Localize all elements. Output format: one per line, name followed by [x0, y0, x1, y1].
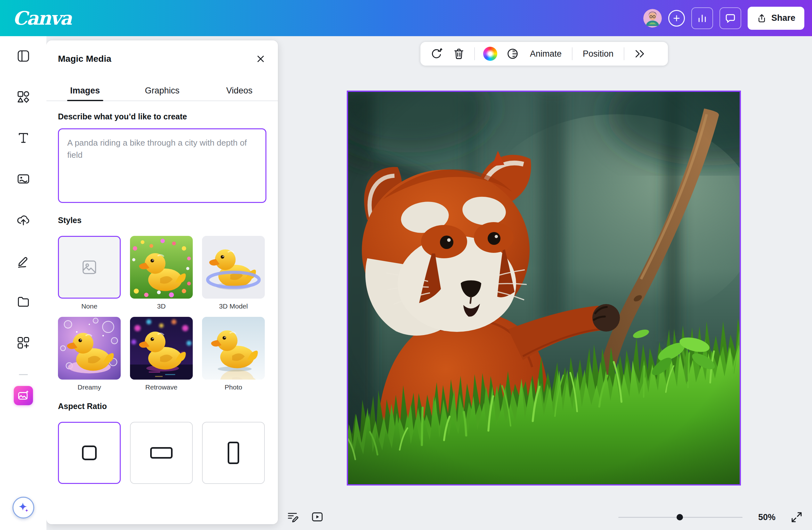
- sidebar-item-brand[interactable]: [11, 167, 35, 191]
- more-tools-button[interactable]: [633, 47, 647, 61]
- portrait-ratio-icon: [228, 442, 239, 464]
- animate-button[interactable]: Animate: [528, 49, 564, 59]
- brand-icon: [16, 172, 30, 186]
- transparency-icon: [506, 47, 519, 60]
- style-label: None: [81, 303, 97, 310]
- style-thumb-none[interactable]: [58, 236, 121, 299]
- tab-graphics[interactable]: Graphics: [124, 80, 201, 101]
- generate-again-button[interactable]: [430, 47, 444, 61]
- sidebar-item-magic-media[interactable]: [14, 386, 33, 405]
- elements-shapes-icon: [16, 90, 30, 104]
- sidebar-item-elements[interactable]: [11, 85, 35, 109]
- header-actions: Share: [643, 7, 804, 30]
- context-toolbar: Animate Position: [420, 42, 668, 65]
- aspect-ratio-label: Aspect Ratio: [58, 402, 266, 411]
- share-label: Share: [771, 13, 795, 23]
- fullscreen-button[interactable]: [790, 511, 803, 524]
- style-label: Dreamy: [77, 383, 101, 391]
- bar-chart-icon: [696, 13, 708, 24]
- tab-images[interactable]: Images: [46, 80, 124, 101]
- notes-button[interactable]: [286, 511, 299, 523]
- folder-icon: [16, 295, 30, 309]
- notes-icon: [286, 511, 299, 523]
- top-header: Canva: [0, 0, 812, 36]
- toolbar-divider: [474, 47, 475, 60]
- aspect-portrait-button[interactable]: [202, 422, 265, 484]
- insights-button[interactable]: [691, 8, 713, 29]
- color-wheel-icon: [483, 47, 497, 61]
- text-icon: [16, 131, 30, 145]
- double-chevron-right-icon: [633, 47, 646, 60]
- describe-label: Describe what you’d like to create: [58, 112, 266, 121]
- style-option-3d[interactable]: 3D: [130, 236, 193, 310]
- sparkle-icon: [17, 501, 30, 514]
- style-option-dreamy[interactable]: Dreamy: [58, 317, 121, 391]
- sidebar-divider: [19, 374, 28, 375]
- style-label: 3D Model: [219, 303, 248, 310]
- landscape-ratio-icon: [150, 447, 173, 459]
- delete-button[interactable]: [452, 47, 466, 61]
- chat-bubble-icon: [725, 13, 736, 24]
- color-picker-button[interactable]: [483, 47, 497, 61]
- close-icon: [255, 54, 266, 64]
- selected-image-frame[interactable]: [347, 91, 741, 486]
- style-thumb-3d-model[interactable]: [202, 236, 265, 299]
- add-member-button[interactable]: [668, 10, 685, 27]
- zoom-knob[interactable]: [677, 514, 683, 520]
- style-label: 3D: [157, 303, 166, 310]
- sidebar-item-text[interactable]: [11, 126, 35, 150]
- pen-draw-icon: [16, 254, 30, 268]
- panel-tabs: Images Graphics Videos: [46, 80, 278, 101]
- style-thumb-retrowave[interactable]: [130, 317, 193, 380]
- toolbar-divider: [624, 47, 624, 60]
- design-icon: [16, 49, 30, 63]
- cloud-upload-icon: [16, 213, 30, 227]
- toolbar-divider: [572, 47, 572, 60]
- position-button[interactable]: Position: [581, 49, 615, 59]
- present-button[interactable]: [311, 511, 324, 523]
- prompt-input[interactable]: [58, 128, 266, 203]
- comments-button[interactable]: [720, 8, 741, 29]
- aspect-ratio-options: [58, 422, 266, 484]
- style-option-3d-model[interactable]: 3D Model: [202, 236, 265, 310]
- styles-label: Styles: [58, 216, 266, 225]
- style-thumb-3d[interactable]: [130, 236, 193, 299]
- upload-icon: [757, 13, 767, 24]
- panel-title: Magic Media: [58, 54, 111, 64]
- magic-media-panel: Magic Media Images Graphics Videos Descr…: [46, 40, 278, 524]
- style-label: Photo: [225, 383, 242, 391]
- panel-header: Magic Media: [46, 40, 278, 80]
- canva-assistant-button[interactable]: [13, 497, 34, 518]
- style-thumb-photo[interactable]: [202, 317, 265, 380]
- regenerate-icon: [430, 47, 443, 60]
- canva-app: Canva: [0, 0, 812, 530]
- generated-image-red-panda[interactable]: [348, 92, 740, 484]
- zoom-level: 50%: [752, 512, 782, 522]
- aspect-landscape-button[interactable]: [130, 422, 193, 484]
- sidebar-item-design[interactable]: [11, 44, 35, 68]
- object-panel-rail: [0, 36, 46, 530]
- sidebar-item-apps[interactable]: [11, 330, 35, 355]
- sidebar-item-projects[interactable]: [11, 290, 35, 314]
- share-button[interactable]: Share: [748, 7, 804, 30]
- apps-grid-icon: [16, 336, 30, 350]
- canva-logo[interactable]: Canva: [13, 9, 71, 28]
- play-video-icon: [311, 511, 324, 523]
- zoom-slider[interactable]: [618, 514, 742, 520]
- square-ratio-icon: [82, 445, 97, 460]
- expand-icon: [790, 511, 803, 524]
- style-label: Retrowave: [145, 383, 177, 391]
- style-option-photo[interactable]: Photo: [202, 317, 265, 391]
- style-option-retrowave[interactable]: Retrowave: [130, 317, 193, 391]
- tab-videos[interactable]: Videos: [201, 80, 278, 101]
- sidebar-item-uploads[interactable]: [11, 208, 35, 232]
- style-thumb-dreamy[interactable]: [58, 317, 121, 380]
- aspect-square-button[interactable]: [58, 422, 121, 484]
- sidebar-item-draw[interactable]: [11, 249, 35, 273]
- style-option-none[interactable]: None: [58, 236, 121, 310]
- transparency-button[interactable]: [506, 47, 520, 61]
- close-panel-button[interactable]: [253, 52, 268, 66]
- panel-body: Describe what you’d like to create Style…: [46, 112, 278, 484]
- account-avatar[interactable]: [643, 9, 662, 28]
- image-placeholder-icon: [81, 259, 98, 276]
